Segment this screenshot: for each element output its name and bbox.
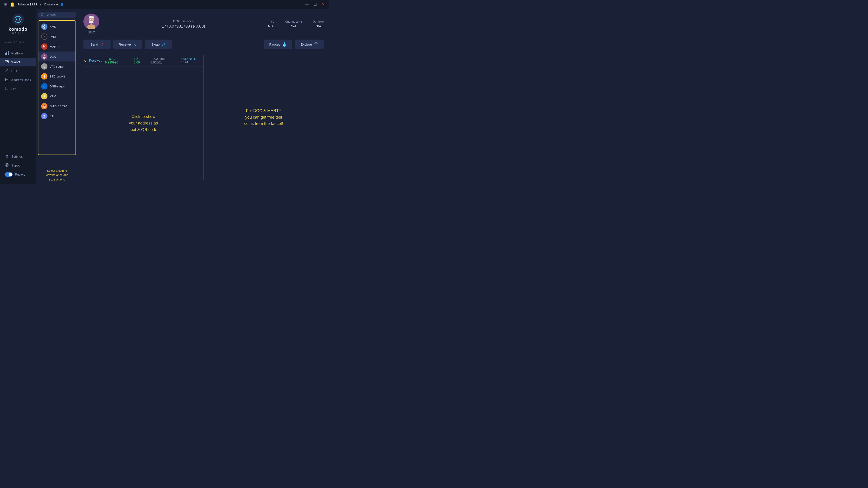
svg-text:P: P <box>43 35 45 38</box>
svg-text:M: M <box>43 45 45 48</box>
sun-icon[interactable]: ☀ <box>4 2 7 7</box>
nav-items: Portfolio Wallet DEX Address Book <box>0 47 36 150</box>
user-menu[interactable]: Drewwallet 👤 <box>44 3 64 6</box>
sidebar-item-support[interactable]: Support <box>0 161 36 170</box>
coin-item-marty[interactable]: M MARTY <box>38 41 75 52</box>
maximize-button[interactable]: ☐ <box>313 1 318 7</box>
svg-point-16 <box>6 164 7 166</box>
svg-text:🐕: 🐕 <box>42 104 46 108</box>
fiat-icon <box>4 87 9 91</box>
coin-avatar-large <box>84 13 99 29</box>
svg-text:₿: ₿ <box>43 74 45 78</box>
svg-point-17 <box>41 13 43 16</box>
price-label: Price <box>268 20 274 23</box>
send-button[interactable]: Send ↗ <box>84 39 111 49</box>
address-book-icon <box>4 78 9 82</box>
swap-icon: ⇄ <box>162 42 165 47</box>
window-controls: — ☐ ✕ <box>304 1 326 7</box>
tx-row[interactable]: ↘ Received + DOC 9.999990 + $ 0.00 - DOC… <box>84 55 204 67</box>
sidebar-item-label: Fiat <box>11 87 16 91</box>
balance-amount: 1770.97931799 ($ 0.00) <box>105 24 262 29</box>
svg-rect-5 <box>8 51 8 55</box>
coin-item-doc[interactable]: DOC <box>38 52 75 61</box>
coin-header: DOC DOC Balance 1770.97931799 ($ 0.00) P… <box>84 13 324 34</box>
receive-icon: ↘ <box>133 42 136 47</box>
sidebar-item-label: Address Book <box>11 78 31 82</box>
sidebar-item-settings[interactable]: ⚙ Settings <box>0 152 36 161</box>
swap-button[interactable]: Swap ⇄ <box>145 39 172 49</box>
coin-list: KMD P PND M <box>38 20 76 155</box>
titlebar-left: ☀ 🔔 Balance $3.98 ▾ Drewwallet 👤 <box>4 2 64 7</box>
coin-item-shib[interactable]: 🐕 SHIB-ERC20 <box>38 101 75 111</box>
coin-item-dgb[interactable]: D DGB-segwit <box>38 81 75 91</box>
explore-button[interactable]: Explore <box>295 39 324 49</box>
sidebar-bottom: ⚙ Settings Support Privacy <box>0 150 36 181</box>
close-button[interactable]: ✕ <box>321 1 326 7</box>
coin-symbol-eth: ETH <box>50 115 56 118</box>
coin-avatar-kmd <box>41 24 48 30</box>
price-stat: Price N/A <box>268 20 274 28</box>
settings-label: Settings <box>11 155 23 158</box>
logo-area: komodo WALLET <box>0 13 36 39</box>
faucet-button[interactable]: Faucet 💧 <box>264 39 292 49</box>
coin-avatar-marty: M <box>41 43 48 50</box>
send-label: Send <box>90 42 98 46</box>
sidebar-item-wallet[interactable]: Wallet <box>0 58 36 66</box>
sidebar-item-label: Wallet <box>11 60 20 64</box>
coin-item-ltc[interactable]: L LTC-segwit <box>38 61 75 71</box>
settings-icon: ⚙ <box>4 154 9 159</box>
sidebar-item-portfolio[interactable]: Portfolio <box>0 49 36 58</box>
svg-point-49 <box>92 19 92 20</box>
transaction-area: ↘ Received + DOC 9.999990 + $ 0.00 - DOC… <box>84 55 324 180</box>
svg-point-50 <box>91 20 92 21</box>
search-input[interactable] <box>46 13 73 17</box>
svg-text:✦: ✦ <box>43 95 46 98</box>
sidebar-item-dex[interactable]: DEX <box>0 66 36 75</box>
bell-icon[interactable]: 🔔 <box>10 2 15 7</box>
coin-symbol-btc: BTC-segwit <box>50 75 65 78</box>
svg-point-48 <box>90 19 91 20</box>
coin-item-pnd[interactable]: P PND <box>38 32 75 41</box>
coin-info-center: DOC Balance 1770.97931799 ($ 0.00) <box>105 19 262 29</box>
logo-text: komodo <box>8 27 28 32</box>
logo-icon <box>12 13 24 25</box>
portfolio-icon <box>4 51 9 56</box>
support-icon <box>4 163 9 168</box>
svg-point-45 <box>89 16 94 18</box>
svg-line-54 <box>317 45 318 46</box>
svg-text:Ξ: Ξ <box>43 115 45 118</box>
balance-display: Balance $3.98 <box>18 3 37 6</box>
faucet-icon: 💧 <box>282 42 287 47</box>
tx-usd: + $ 0.00 <box>134 57 145 64</box>
coin-avatar-btc: ₿ <box>41 73 48 79</box>
explore-icon <box>314 42 318 47</box>
coin-item-btc[interactable]: ₿ BTC-segwit <box>38 71 75 81</box>
coin-stats: Price N/A Change 24hr N/A Portfolio N/A <box>268 20 324 28</box>
svg-point-28 <box>43 55 45 56</box>
coin-avatar-shib: 🐕 <box>41 103 48 109</box>
coin-avatar-eth: Ξ <box>41 113 48 119</box>
coin-item-eth[interactable]: Ξ ETH <box>38 111 75 121</box>
receive-button[interactable]: Receive ↘ <box>113 39 142 49</box>
coin-item-kmd[interactable]: KMD <box>38 22 75 32</box>
portfolio-value: N/A <box>313 24 324 28</box>
sidebar-item-address-book[interactable]: Address Book <box>0 75 36 85</box>
svg-point-51 <box>89 21 94 24</box>
price-value: N/A <box>268 24 274 28</box>
send-icon: ↗ <box>100 42 104 47</box>
svg-text:D: D <box>43 85 45 88</box>
coin-avatar-dgb: D <box>41 83 48 90</box>
dex-icon <box>4 69 9 73</box>
minimize-button[interactable]: — <box>304 2 309 7</box>
svg-rect-3 <box>5 53 6 55</box>
svg-line-18 <box>43 15 43 16</box>
coin-symbol-pnd: PND <box>50 35 56 38</box>
sidebar-item-fiat[interactable]: Fiat <box>0 85 36 93</box>
main-content: DOC DOC Balance 1770.97931799 ($ 0.00) P… <box>78 9 329 184</box>
titlebar: ☀ 🔔 Balance $3.98 ▾ Drewwallet 👤 — ☐ ✕ <box>0 0 329 9</box>
coin-item-xpm[interactable]: ✦ XPM <box>38 91 75 101</box>
version-text: Desktop v0.7.1-beta <box>0 39 36 45</box>
change-value: N/A <box>285 24 302 28</box>
portfolio-stat: Portfolio N/A <box>313 20 324 28</box>
privacy-toggle[interactable] <box>4 172 13 177</box>
